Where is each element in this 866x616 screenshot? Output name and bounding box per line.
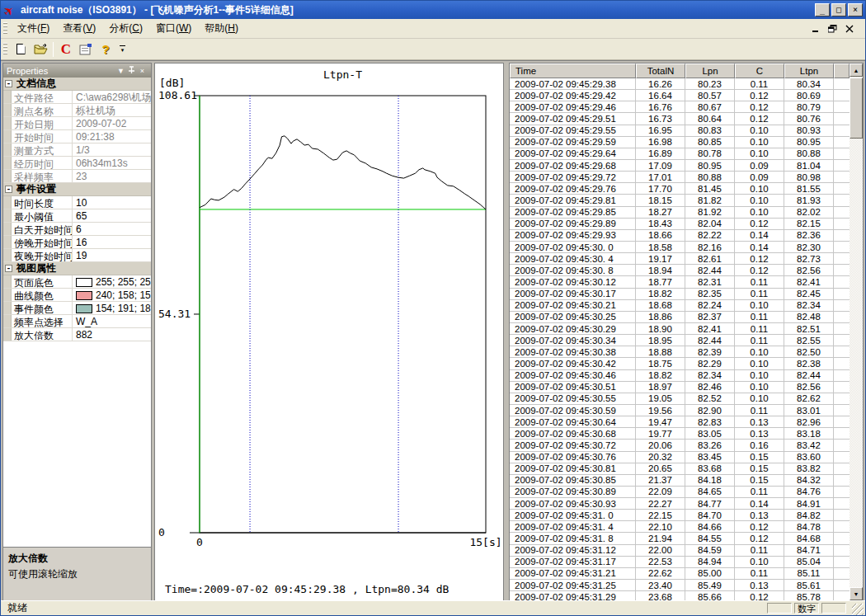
property-value[interactable]: 16 bbox=[73, 236, 151, 248]
table-row[interactable]: 2009-07-02 09:45:30.4218.7582.290.1082.3… bbox=[510, 358, 850, 369]
table-row[interactable]: 2009-07-02 09:45:29.7217.0180.880.0980.9… bbox=[510, 172, 850, 183]
table-row[interactable]: 2009-07-02 09:45:29.6817.0980.950.0981.0… bbox=[510, 160, 850, 172]
mdi-minimize-icon[interactable] bbox=[812, 25, 820, 32]
chart-panel[interactable]: Ltpn-T[dB]108.6154.310015[s] Time=:2009-… bbox=[154, 63, 504, 601]
table-scrollbar[interactable]: ▲ ▼ bbox=[850, 63, 863, 600]
table-row[interactable]: 2009-07-02 09:45:29.8518.2781.920.1082.0… bbox=[510, 207, 850, 219]
table-row[interactable]: 2009-07-02 09:45:30.8521.3784.180.1584.3… bbox=[510, 475, 850, 487]
table-row[interactable]: 2009-07-02 09:45:31. 022.1584.700.1384.8… bbox=[510, 510, 850, 521]
collapse-icon[interactable]: - bbox=[5, 265, 12, 272]
table-row[interactable]: 2009-07-02 09:45:30.2518.8682.370.1182.4… bbox=[510, 312, 850, 323]
table-row[interactable]: 2009-07-02 09:45:30.6819.7783.050.1383.1… bbox=[510, 428, 850, 440]
collapse-icon[interactable]: - bbox=[5, 186, 12, 193]
property-value[interactable]: 1/3 bbox=[73, 143, 151, 156]
column-header[interactable]: C bbox=[735, 63, 784, 78]
property-value[interactable]: 154; 191; 18 bbox=[73, 302, 151, 314]
table-row[interactable]: 2009-07-02 09:45:30.3418.9582.440.1182.5… bbox=[510, 335, 850, 346]
table-row[interactable]: 2009-07-02 09:45:31.1222.0084.590.1184.7… bbox=[510, 545, 850, 557]
table-row[interactable]: 2009-07-02 09:45:30.1718.8282.350.1182.4… bbox=[510, 289, 850, 300]
property-value[interactable]: 2009-07-02 bbox=[73, 117, 151, 129]
property-value[interactable]: 23 bbox=[73, 170, 151, 182]
table-row[interactable]: 2009-07-02 09:45:29.5516.9580.830.1080.9… bbox=[510, 125, 850, 137]
table-row[interactable]: 2009-07-02 09:45:30.8120.6583.680.1583.8… bbox=[510, 463, 850, 475]
table-row[interactable]: 2009-07-02 09:45:30. 419.1782.610.1282.7… bbox=[510, 253, 850, 265]
table-row[interactable]: 2009-07-02 09:45:29.7617.7081.450.1081.5… bbox=[510, 183, 850, 195]
table-row[interactable]: 2009-07-02 09:45:30. 818.9482.440.1282.5… bbox=[510, 265, 850, 276]
property-value[interactable]: 19 bbox=[73, 249, 151, 261]
close-panel-icon[interactable]: × bbox=[137, 67, 148, 75]
pin-icon[interactable] bbox=[126, 66, 137, 76]
property-value[interactable]: 6 bbox=[73, 223, 151, 235]
table-row[interactable]: 2009-07-02 09:45:29.5916.9880.850.1080.9… bbox=[510, 137, 850, 148]
menu-item[interactable]: 文件(F) bbox=[11, 19, 56, 38]
table-row[interactable]: 2009-07-02 09:45:30.9322.2784.770.1484.9… bbox=[510, 498, 850, 510]
resize-grip[interactable] bbox=[852, 604, 864, 615]
menu-grip[interactable] bbox=[3, 22, 7, 35]
table-row[interactable]: 2009-07-02 09:45:29.5116.7380.640.1280.7… bbox=[510, 113, 850, 125]
property-section-header[interactable]: -文档信息 bbox=[3, 78, 151, 91]
menu-item[interactable]: 帮助(H) bbox=[198, 19, 245, 38]
table-row[interactable]: 2009-07-02 09:45:29.9318.6682.220.1482.3… bbox=[510, 230, 850, 242]
maximize-button[interactable]: □ bbox=[831, 3, 846, 16]
column-header[interactable]: Ltpn bbox=[784, 63, 834, 78]
open-file-button[interactable] bbox=[31, 40, 50, 59]
properties-panel-header[interactable]: Properties ▼ × bbox=[3, 63, 151, 78]
table-row[interactable]: 2009-07-02 09:45:31.2923.6885.660.1285.7… bbox=[510, 591, 850, 600]
toolbar-grip[interactable] bbox=[3, 43, 7, 56]
table-row[interactable]: 2009-07-02 09:45:30.2118.6882.240.1082.3… bbox=[510, 300, 850, 312]
table-row[interactable]: 2009-07-02 09:45:30.7620.3283.450.1583.6… bbox=[510, 452, 850, 463]
table-row[interactable]: 2009-07-02 09:45:30.8922.0984.650.1184.7… bbox=[510, 487, 850, 498]
property-value[interactable]: 882 bbox=[73, 328, 151, 341]
property-value[interactable]: 栎社机场 bbox=[73, 104, 151, 116]
property-value[interactable]: 10 bbox=[73, 196, 151, 209]
table-row[interactable]: 2009-07-02 09:45:29.3816.2680.230.1180.3… bbox=[510, 78, 850, 90]
property-value[interactable]: 240; 158; 15 bbox=[73, 289, 151, 301]
property-section-header[interactable]: -视图属性 bbox=[3, 262, 151, 275]
column-header[interactable]: Time bbox=[510, 63, 636, 78]
table-row[interactable]: 2009-07-02 09:45:29.4216.6480.570.1280.6… bbox=[510, 90, 850, 101]
column-header[interactable]: TotalN bbox=[636, 63, 685, 78]
property-section-header[interactable]: -事件设置 bbox=[3, 183, 151, 196]
table-row[interactable]: 2009-07-02 09:45:30.6419.4782.830.1382.9… bbox=[510, 416, 850, 428]
table-row[interactable]: 2009-07-02 09:45:31.1722.5384.940.1085.0… bbox=[510, 557, 850, 568]
table-row[interactable]: 2009-07-02 09:45:30. 018.5882.160.1482.3… bbox=[510, 242, 850, 253]
collapse-icon[interactable]: - bbox=[5, 80, 12, 87]
property-value[interactable]: C:\awa6298\机场 bbox=[73, 91, 151, 103]
table-row[interactable]: 2009-07-02 09:45:30.2918.9082.410.1182.5… bbox=[510, 323, 850, 335]
analysis-button[interactable]: C bbox=[56, 40, 76, 59]
property-value[interactable]: 255; 255; 25 bbox=[73, 275, 151, 288]
mdi-close-icon[interactable] bbox=[845, 25, 854, 33]
title-bar[interactable]: ✈ aircraft noise（ISO3891） - [飞机噪声分析1--事件… bbox=[1, 1, 865, 19]
table-row[interactable]: 2009-07-02 09:45:29.4616.7680.670.1280.7… bbox=[510, 101, 850, 113]
table-row[interactable]: 2009-07-02 09:45:29.8118.1581.820.1081.9… bbox=[510, 195, 850, 206]
scroll-up-button[interactable]: ▲ bbox=[850, 63, 863, 77]
table-row[interactable]: 2009-07-02 09:45:30.3818.8882.390.1082.5… bbox=[510, 346, 850, 358]
property-value[interactable]: 09:21:38 bbox=[73, 130, 151, 143]
menu-item[interactable]: 分析(C) bbox=[102, 19, 149, 38]
properties-button[interactable] bbox=[76, 40, 96, 59]
mdi-restore-icon[interactable] bbox=[828, 25, 837, 33]
chevron-down-icon[interactable]: ▼ bbox=[115, 67, 126, 75]
table-row[interactable]: 2009-07-02 09:45:31.2523.4085.490.1385.6… bbox=[510, 580, 850, 591]
table-row[interactable]: 2009-07-02 09:45:31.2122.6285.000.1185.1… bbox=[510, 568, 850, 580]
table-row[interactable]: 2009-07-02 09:45:30.5519.0582.520.1082.6… bbox=[510, 393, 850, 405]
table-row[interactable]: 2009-07-02 09:45:30.4618.8282.340.1082.4… bbox=[510, 370, 850, 382]
property-value[interactable]: 06h34m13s bbox=[73, 157, 151, 169]
ltpn-chart[interactable]: Ltpn-T[dB]108.6154.310015[s] bbox=[155, 63, 503, 547]
toolbar-overflow-button[interactable]: ▾ bbox=[117, 41, 128, 58]
table-row[interactable]: 2009-07-02 09:45:31. 422.1084.660.1284.7… bbox=[510, 521, 850, 533]
table-row[interactable]: 2009-07-02 09:45:29.8918.4382.040.1282.1… bbox=[510, 219, 850, 230]
close-button[interactable]: × bbox=[848, 3, 863, 16]
new-document-button[interactable] bbox=[11, 40, 31, 59]
scroll-down-button[interactable]: ▼ bbox=[850, 587, 863, 600]
table-row[interactable]: 2009-07-02 09:45:29.6416.8980.780.1080.8… bbox=[510, 148, 850, 160]
table-row[interactable]: 2009-07-02 09:45:31. 821.9484.550.1284.6… bbox=[510, 533, 850, 544]
property-value[interactable]: W_A bbox=[73, 315, 151, 327]
help-button[interactable]: ? bbox=[96, 40, 115, 59]
table-row[interactable]: 2009-07-02 09:45:30.5919.5682.900.1183.0… bbox=[510, 405, 850, 416]
menu-item[interactable]: 查看(V) bbox=[56, 19, 102, 38]
column-header[interactable]: Lpn bbox=[685, 63, 735, 78]
table-row[interactable]: 2009-07-02 09:45:30.1218.7782.310.1182.4… bbox=[510, 276, 850, 288]
table-row[interactable]: 2009-07-02 09:45:30.5118.9782.460.1082.5… bbox=[510, 382, 850, 393]
menu-item[interactable]: 窗口(W) bbox=[149, 19, 198, 38]
